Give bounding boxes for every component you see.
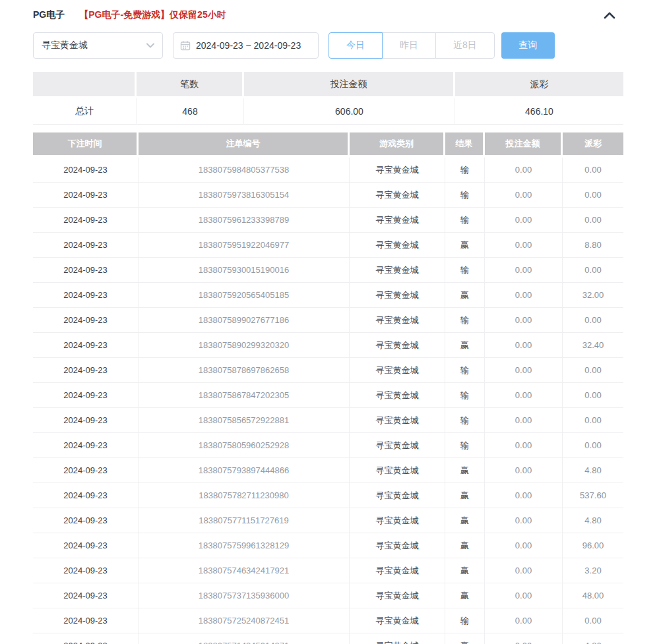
cell-payout: 537.60 xyxy=(563,483,623,508)
cell-bet-id: 1838075930015190016 xyxy=(139,258,350,283)
records-header-row: 下注时间 注单编号 游戏类别 结果 投注金额 派彩 xyxy=(33,132,623,158)
yesterday-button[interactable]: 昨日 xyxy=(382,32,436,59)
cell-game-type: 寻宝黄金城 xyxy=(350,358,445,383)
table-row: 2024-09-231838075805960252928寻宝黄金城输0.000… xyxy=(33,433,623,458)
cell-game-type: 寻宝黄金城 xyxy=(350,408,445,433)
cell-game-type: 寻宝黄金城 xyxy=(350,533,445,558)
table-row: 2024-09-231838075878697862658寻宝黄金城输0.000… xyxy=(33,358,623,383)
cell-game-type: 寻宝黄金城 xyxy=(350,508,445,533)
top-bar: PG电子 【PG电子-免费游戏】仅保留25小时 xyxy=(33,0,623,22)
summary-table: 笔数 投注金额 派彩 总计 468 606.00 466.10 xyxy=(33,72,623,125)
cell-bet-id: 1838075856572922881 xyxy=(139,408,350,433)
today-button[interactable]: 今日 xyxy=(329,32,383,59)
cell-result: 赢 xyxy=(445,633,485,644)
cell-bet-id: 1838075867847202305 xyxy=(139,383,350,408)
summary-total-row: 总计 468 606.00 466.10 xyxy=(33,98,623,125)
cell-bet-time: 2024-09-23 xyxy=(33,258,139,283)
cell-bet-time: 2024-09-23 xyxy=(33,208,139,233)
col-header-result: 结果 xyxy=(445,132,485,158)
collapse-panel-button[interactable] xyxy=(602,8,617,22)
cell-bet-id: 1838075746342417921 xyxy=(139,558,350,583)
col-header-game-type: 游戏类别 xyxy=(350,132,445,158)
game-select-value: 寻宝黄金城 xyxy=(42,40,88,51)
summary-header-bet-amount: 投注金额 xyxy=(244,72,455,98)
cell-bet-time: 2024-09-23 xyxy=(33,383,139,408)
cell-bet-time: 2024-09-23 xyxy=(33,233,139,258)
cell-bet-id: 1838075737135936000 xyxy=(139,583,350,608)
table-row: 2024-09-231838075867847202305寻宝黄金城输0.000… xyxy=(33,383,623,408)
cell-result: 输 xyxy=(445,408,485,433)
cell-bet-amount: 0.00 xyxy=(485,508,563,533)
cell-bet-time: 2024-09-23 xyxy=(33,633,139,644)
cell-result: 输 xyxy=(445,383,485,408)
cell-result: 赢 xyxy=(445,533,485,558)
cell-result: 赢 xyxy=(445,333,485,358)
cell-bet-id: 1838075759961328129 xyxy=(139,533,350,558)
cell-game-type: 寻宝黄金城 xyxy=(350,483,445,508)
table-row: 2024-09-231838075856572922881寻宝黄金城输0.000… xyxy=(33,408,623,433)
records-table: 下注时间 注单编号 游戏类别 结果 投注金额 派彩 2024-09-231838… xyxy=(33,132,623,644)
cell-bet-id: 1838075961233398789 xyxy=(139,208,350,233)
date-range-input[interactable]: 2024-09-23 ~ 2024-09-23 xyxy=(173,32,319,59)
cell-payout: 32.40 xyxy=(563,333,623,358)
cell-game-type: 寻宝黄金城 xyxy=(350,258,445,283)
chevron-down-icon xyxy=(146,43,154,48)
cell-result: 赢 xyxy=(445,458,485,483)
cell-payout: 0.00 xyxy=(563,433,623,458)
table-row: 2024-09-231838075973816305154寻宝黄金城输0.000… xyxy=(33,183,623,208)
cell-game-type: 寻宝黄金城 xyxy=(350,633,445,644)
cell-bet-time: 2024-09-23 xyxy=(33,458,139,483)
cell-bet-amount: 0.00 xyxy=(485,358,563,383)
cell-payout: 0.00 xyxy=(563,408,623,433)
cell-result: 赢 xyxy=(445,558,485,583)
cell-bet-time: 2024-09-23 xyxy=(33,608,139,633)
cell-bet-id: 1838075793897444866 xyxy=(139,458,350,483)
game-select[interactable]: 寻宝黄金城 xyxy=(33,32,163,59)
cell-bet-id: 1838075951922046977 xyxy=(139,233,350,258)
calendar-icon xyxy=(180,40,191,51)
cell-game-type: 寻宝黄金城 xyxy=(350,283,445,308)
last-8-days-button[interactable]: 近8日 xyxy=(435,32,495,59)
cell-bet-time: 2024-09-23 xyxy=(33,408,139,433)
cell-bet-time: 2024-09-23 xyxy=(33,158,139,183)
cell-bet-amount: 0.00 xyxy=(485,158,563,183)
cell-bet-time: 2024-09-23 xyxy=(33,483,139,508)
cell-result: 赢 xyxy=(445,283,485,308)
cell-bet-amount: 0.00 xyxy=(485,183,563,208)
cell-bet-amount: 0.00 xyxy=(485,533,563,558)
cell-bet-time: 2024-09-23 xyxy=(33,533,139,558)
cell-game-type: 寻宝黄金城 xyxy=(350,383,445,408)
records-body: 2024-09-231838075984805377538寻宝黄金城输0.000… xyxy=(33,158,623,644)
cell-bet-amount: 0.00 xyxy=(485,308,563,333)
cell-game-type: 寻宝黄金城 xyxy=(350,558,445,583)
summary-total-payout: 466.10 xyxy=(455,98,623,125)
cell-payout: 4.80 xyxy=(563,508,623,533)
col-header-bet-id: 注单编号 xyxy=(139,132,350,158)
cell-bet-id: 1838075714345914371 xyxy=(139,633,350,644)
cell-payout: 4.80 xyxy=(563,458,623,483)
cell-result: 输 xyxy=(445,183,485,208)
table-row: 2024-09-231838075793897444866寻宝黄金城赢0.004… xyxy=(33,458,623,483)
cell-payout: 0.00 xyxy=(563,308,623,333)
cell-payout: 0.00 xyxy=(563,608,623,633)
cell-bet-id: 1838075920565405185 xyxy=(139,283,350,308)
cell-bet-id: 1838075973816305154 xyxy=(139,183,350,208)
cell-game-type: 寻宝黄金城 xyxy=(350,608,445,633)
notice-text: 【PG电子-免费游戏】仅保留25小时 xyxy=(79,9,226,21)
table-row: 2024-09-231838075899027677186寻宝黄金城输0.000… xyxy=(33,308,623,333)
table-row: 2024-09-231838075920565405185寻宝黄金城赢0.003… xyxy=(33,283,623,308)
table-row: 2024-09-231838075759961328129寻宝黄金城赢0.009… xyxy=(33,533,623,558)
cell-bet-amount: 0.00 xyxy=(485,433,563,458)
cell-game-type: 寻宝黄金城 xyxy=(350,158,445,183)
cell-bet-id: 1838075890299320320 xyxy=(139,333,350,358)
table-row: 2024-09-231838075714345914371寻宝黄金城赢0.004… xyxy=(33,633,623,644)
summary-header-payout: 派彩 xyxy=(455,72,623,98)
summary-total-count: 468 xyxy=(137,98,244,125)
cell-payout: 96.00 xyxy=(563,533,623,558)
date-range-value: 2024-09-23 ~ 2024-09-23 xyxy=(196,40,301,51)
cell-bet-id: 1838075984805377538 xyxy=(139,158,350,183)
cell-payout: 0.00 xyxy=(563,183,623,208)
cell-bet-time: 2024-09-23 xyxy=(33,183,139,208)
query-button[interactable]: 查询 xyxy=(501,32,555,59)
cell-payout: 32.00 xyxy=(563,283,623,308)
